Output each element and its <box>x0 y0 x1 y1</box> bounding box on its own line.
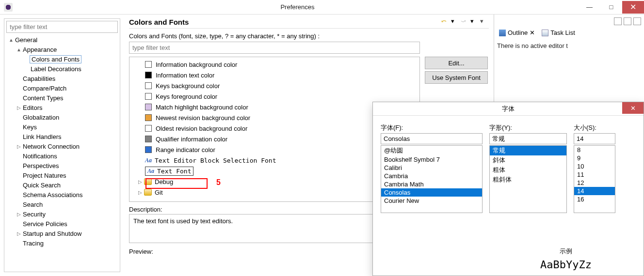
window-title: Preferences <box>16 3 579 11</box>
font-listbox[interactable]: @幼圆Bookshelf Symbol 7CalibriCambriaCambr… <box>381 145 483 213</box>
font-dialog-close-button[interactable]: ✕ <box>622 102 644 114</box>
tree-item[interactable]: Search <box>6 199 118 209</box>
listbox-item[interactable]: Bookshelf Symbol 7 <box>381 155 482 164</box>
tree-item[interactable]: Label Decorations <box>6 64 118 74</box>
listbox-item[interactable]: Calibri <box>381 164 482 172</box>
list-item[interactable]: Information background color <box>145 59 416 70</box>
tasklist-label: Task List <box>550 29 575 36</box>
listbox-item[interactable]: 9 <box>574 154 615 162</box>
tree-item[interactable]: Content Types <box>6 93 118 103</box>
size-input[interactable] <box>574 133 615 144</box>
size-label: 大小(S): <box>574 123 615 132</box>
view-menu-icon[interactable]: ▾ <box>480 17 489 26</box>
tree-filter-input[interactable] <box>6 21 118 33</box>
style-label: 字形(Y): <box>489 123 567 132</box>
description-text: The text font is used by text editors. <box>133 217 233 225</box>
sample-text: AaBbYyZz <box>498 259 634 271</box>
tree-item[interactable]: Capabilities <box>6 74 118 83</box>
tree-item[interactable]: ▷Editors <box>6 103 118 112</box>
back-icon[interactable]: ⤺ <box>441 17 450 26</box>
edit-button[interactable]: Edit... <box>425 57 488 69</box>
tree-item[interactable]: Compare/Patch <box>6 83 118 93</box>
tree-item[interactable]: Schema Associations <box>6 190 118 199</box>
font-label: 字体(F): <box>381 123 483 132</box>
tree-item[interactable]: Project Natures <box>6 170 118 180</box>
tree-item[interactable]: ▲Appearance <box>6 45 118 54</box>
listbox-item[interactable]: 粗体 <box>490 165 566 175</box>
close-view-icon[interactable]: ✕ <box>530 29 535 36</box>
listbox-item[interactable]: 11 <box>574 170 615 179</box>
list-item[interactable]: Keys foreground color <box>145 91 416 102</box>
tree-item[interactable]: Keys <box>6 122 118 132</box>
list-item[interactable]: Information text color <box>145 70 416 80</box>
font-dialog: 字体 ✕ 字体(F): @幼圆Bookshelf Symbol 7Calibri… <box>372 102 644 276</box>
listbox-item[interactable]: @幼圆 <box>381 146 482 155</box>
forward-menu-icon[interactable]: ▾ <box>470 17 479 26</box>
listbox-item[interactable]: 16 <box>574 195 615 203</box>
listbox-item[interactable]: Courier New <box>381 197 482 205</box>
tasklist-icon <box>542 30 548 36</box>
tree-item[interactable]: Perspectives <box>6 161 118 170</box>
listbox-item[interactable]: 14 <box>574 187 615 195</box>
preferences-tree-panel: ▲General▲AppearanceColors and FontsLabel… <box>4 18 120 272</box>
colors-fonts-filter-input[interactable] <box>129 42 420 54</box>
tree-item[interactable]: Colors and Fonts <box>6 54 118 64</box>
tree-item[interactable]: Globalization <box>6 112 118 122</box>
maximize-button[interactable]: □ <box>600 1 622 14</box>
listbox-item[interactable]: Cambria <box>381 172 482 180</box>
outline-icon <box>499 30 506 36</box>
page-title: Colors and Fonts <box>129 18 440 26</box>
tree-item[interactable]: Tracing <box>6 238 118 248</box>
style-input[interactable] <box>489 133 567 144</box>
tree-item[interactable]: ▲General <box>6 35 118 45</box>
outline-label: Outline <box>508 29 528 36</box>
tree-item[interactable]: Quick Search <box>6 180 118 190</box>
annotation-5: 5 <box>216 178 221 187</box>
tree-item[interactable]: Notifications <box>6 151 118 161</box>
toolbar-icon-3[interactable] <box>633 17 641 25</box>
tree-item[interactable]: ▷Startup and Shutdow <box>6 229 118 238</box>
listbox-item[interactable]: Consolas <box>381 188 482 197</box>
preferences-tree[interactable]: ▲General▲AppearanceColors and FontsLabel… <box>6 35 118 248</box>
use-system-font-button[interactable]: Use System Font <box>425 71 488 84</box>
toolbar-icon-2[interactable] <box>624 17 631 25</box>
back-menu-icon[interactable]: ▾ <box>451 17 460 26</box>
listbox-item[interactable]: Cambria Math <box>381 180 482 188</box>
eclipse-icon <box>4 3 13 12</box>
style-listbox[interactable]: 常规斜体粗体粗斜体 <box>489 145 567 213</box>
filter-hint: Colors and Fonts (font, size, type, ? = … <box>129 32 489 40</box>
tree-item[interactable]: Service Policies <box>6 219 118 229</box>
toolbar-icon-1[interactable] <box>614 17 622 25</box>
forward-icon[interactable]: ⤻ <box>461 17 469 26</box>
listbox-item[interactable]: 8 <box>574 146 615 154</box>
sample-label: 示例 <box>498 247 634 256</box>
no-active-editor-text: There is no active editor t <box>497 42 641 49</box>
minimize-button[interactable]: — <box>579 1 600 14</box>
font-input[interactable] <box>381 133 483 144</box>
tree-item[interactable]: ▷Security <box>6 209 118 219</box>
titlebar: Preferences — □ ✕ <box>0 0 644 15</box>
views-tabs: Outline ✕ Task List <box>497 28 641 37</box>
tree-item[interactable]: ▷Network Connection <box>6 141 118 151</box>
list-item[interactable]: Keys background color <box>145 80 416 91</box>
annotation-box-5 <box>145 178 208 189</box>
listbox-item[interactable]: 粗斜体 <box>490 175 566 184</box>
tasklist-view-tab[interactable]: Task List <box>540 28 577 37</box>
size-listbox[interactable]: 891011121416 <box>574 145 615 213</box>
outline-view-tab[interactable]: Outline ✕ <box>497 28 537 37</box>
close-button[interactable]: ✕ <box>622 1 644 14</box>
listbox-item[interactable]: 常规 <box>490 146 566 155</box>
tree-item[interactable]: Link Handlers <box>6 132 118 141</box>
font-dialog-title: 字体 <box>502 105 515 113</box>
listbox-item[interactable]: 斜体 <box>490 155 566 165</box>
listbox-item[interactable]: 12 <box>574 179 615 187</box>
listbox-item[interactable]: 10 <box>574 162 615 170</box>
